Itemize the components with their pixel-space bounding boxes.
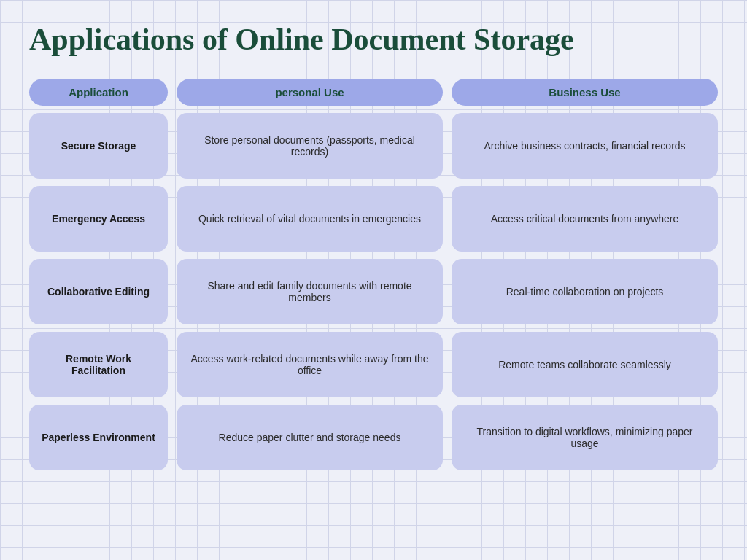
header-application: Application [29,79,168,106]
cell-business-2: Real-time collaboration on projects [452,259,718,324]
cell-personal-2: Share and edit family documents with rem… [177,259,443,324]
cell-personal-3: Access work-related documents while away… [177,332,443,397]
table-row: Emergency AccessQuick retrieval of vital… [29,186,718,252]
table-wrapper: Application personal Use Business Use Se… [29,79,718,470]
header-personal: personal Use [177,79,443,106]
cell-personal-0: Store personal documents (passports, med… [177,113,443,179]
cell-application-0: Secure Storage [29,113,168,179]
cell-business-4: Transition to digital workflows, minimiz… [452,405,718,470]
cell-business-0: Archive business contracts, financial re… [452,113,718,179]
table-row: Remote Work FacilitationAccess work-rela… [29,332,718,397]
page-container: Applications of Online Document Storage … [0,0,747,560]
table-row: Collaborative EditingShare and edit fami… [29,259,718,324]
table-row: Secure StorageStore personal documents (… [29,113,718,179]
table-header-row: Application personal Use Business Use [29,79,718,106]
table-row: Paperless EnvironmentReduce paper clutte… [29,405,718,470]
cell-personal-1: Quick retrieval of vital documents in em… [177,186,443,252]
cell-application-2: Collaborative Editing [29,259,168,324]
header-business: Business Use [452,79,718,106]
page-title: Applications of Online Document Storage [29,22,718,57]
cell-application-4: Paperless Environment [29,405,168,470]
cell-application-3: Remote Work Facilitation [29,332,168,397]
cell-application-1: Emergency Access [29,186,168,252]
cell-business-1: Access critical documents from anywhere [452,186,718,252]
cell-personal-4: Reduce paper clutter and storage needs [177,405,443,470]
table-body: Secure StorageStore personal documents (… [29,113,718,470]
cell-business-3: Remote teams collaborate seamlessly [452,332,718,397]
